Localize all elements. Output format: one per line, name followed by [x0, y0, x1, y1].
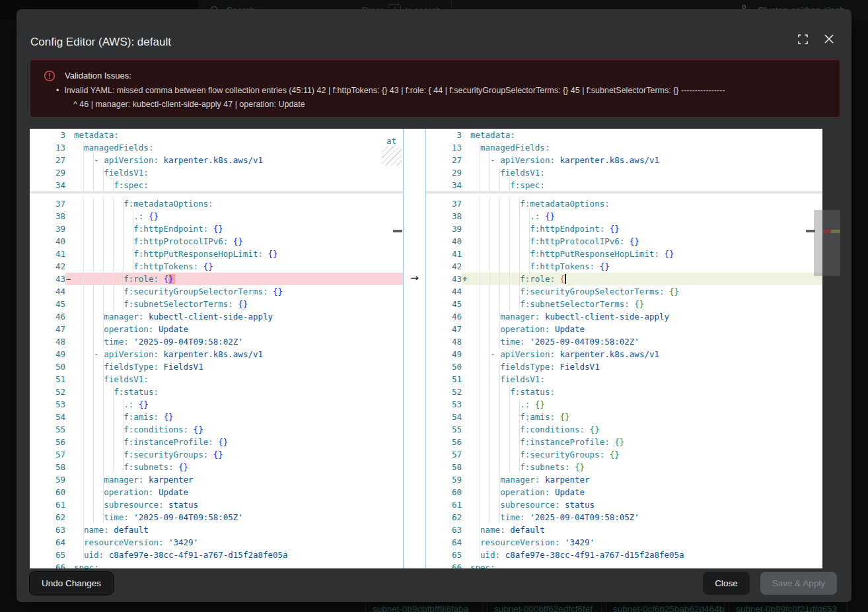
line-number: 37 [30, 197, 65, 210]
line-number: 64 [30, 536, 65, 549]
code-text: manager: karpenter [470, 473, 822, 486]
diff-sign [65, 179, 74, 191]
indent-guides [470, 461, 520, 473]
line-number: 64 [426, 536, 462, 549]
fullscreen-button[interactable] [794, 30, 811, 48]
code-text: - apiVersion: karpenter.k8s.aws/v1 [470, 348, 822, 360]
indent-guides [74, 141, 84, 154]
indent-guides [74, 298, 124, 310]
diff-sign [462, 524, 470, 536]
code-text: fieldsV1: [74, 373, 403, 386]
diff-sign [462, 260, 470, 273]
sticky-line: 3metadata: [426, 129, 822, 141]
indent-guides [74, 398, 124, 411]
sticky-line: 27- apiVersion: karpenter.k8s.aws/v1 [30, 154, 403, 166]
indent-guides [470, 411, 520, 423]
indent-guides [470, 210, 530, 222]
close-button[interactable]: Close [703, 572, 750, 595]
code-text: manager: kubectl-client-side-apply [74, 310, 403, 323]
save-apply-button[interactable]: Save & Apply [760, 572, 837, 595]
code-line: 55f:conditions: {} [30, 423, 403, 436]
code-text: f:status: [74, 386, 403, 398]
line-number: 54 [30, 411, 65, 423]
code-line: 52f:status: [30, 386, 403, 398]
indent-guides [74, 386, 114, 398]
diff-sign [65, 486, 74, 498]
code-area[interactable]: 37f:metadataOptions:38.: {}39f:httpEndpo… [30, 192, 403, 568]
indent-guides [74, 549, 84, 561]
indent-guides [74, 323, 104, 335]
code-text: - apiVersion: karpenter.k8s.aws/v1 [470, 154, 822, 166]
code-text: .: {} [74, 210, 403, 222]
code-text: name: default [74, 524, 403, 536]
diff-sign [65, 436, 74, 448]
diff-sign [462, 166, 470, 179]
indent-guides [470, 222, 530, 235]
indent-guides [74, 360, 104, 373]
indent-guides [74, 511, 104, 524]
sticky-scroll-header: 3metadata:13managedFields:27- apiVersion… [30, 129, 403, 192]
code-line: 47operation: Update [426, 323, 822, 335]
minimap-slider[interactable] [822, 210, 840, 276]
indent-guides [74, 423, 124, 436]
modal-header: Config Editor (AWS): default [17, 9, 851, 59]
overview-ruler [822, 129, 840, 568]
vertical-scrollbar[interactable] [814, 210, 822, 276]
line-number: 45 [426, 298, 462, 310]
code-text: f:securityGroupSelectorTerms: {} [74, 285, 403, 298]
diff-sign [462, 461, 470, 473]
line-number: 47 [426, 323, 462, 335]
code-text: fieldsType: FieldsV1 [470, 360, 822, 373]
line-number: 55 [30, 423, 65, 436]
diff-sign [65, 561, 74, 568]
indent-guides [470, 486, 500, 498]
diff-gutter: → [403, 129, 426, 568]
revert-diff-arrow-button[interactable]: → [404, 272, 425, 285]
indent-guides [470, 498, 500, 511]
line-number: 60 [30, 486, 65, 498]
code-line: 54f:amis: {} [30, 411, 403, 423]
code-text: f:amis: {} [74, 411, 403, 423]
code-text: operation: Update [74, 486, 403, 498]
code-text: operation: Update [470, 486, 822, 498]
indent-guides [74, 310, 104, 323]
line-number: 57 [30, 448, 65, 461]
diff-sign [65, 498, 74, 511]
indent-guides [74, 222, 133, 235]
indent-guides [470, 179, 510, 191]
line-number: 63 [30, 524, 65, 536]
code-line: 57f:securityGroups: {} [30, 448, 403, 461]
code-line: 65uid: c8afe97e-38cc-4f91-a767-d15f2a8fe… [426, 549, 822, 561]
indent-guides [470, 511, 500, 524]
diff-sign [462, 323, 470, 335]
text-cursor [565, 274, 566, 284]
code-text: subresource: status [470, 498, 822, 511]
code-line: 65uid: c8afe97e-38cc-4f91-a767-d15f2a8fe… [30, 549, 403, 561]
code-line: 59manager: karpenter [30, 473, 403, 486]
code-text: f:httpProtocolIPv6: {} [470, 235, 822, 248]
indent-guides [470, 166, 500, 179]
line-number: 52 [30, 386, 65, 398]
code-line: 41f:httpPutResponseHopLimit: {} [30, 248, 403, 260]
line-number: 43 [30, 273, 65, 285]
indent-guides [470, 141, 480, 154]
undo-changes-button[interactable]: Undo Changes [30, 572, 113, 595]
diff-sign [462, 536, 470, 549]
close-icon[interactable] [820, 30, 838, 48]
code-text: managedFields: [470, 141, 822, 154]
line-number: 59 [30, 473, 65, 486]
line-number: 66 [426, 561, 462, 568]
diff-pane-modified[interactable]: 3metadata:13managedFields:27- apiVersion… [426, 129, 822, 568]
code-line: 62time: '2025-09-04T09:58:05Z' [30, 511, 403, 524]
indent-guides [74, 411, 124, 423]
code-text: f:subnetSelectorTerms: {} [74, 298, 403, 310]
code-area[interactable]: 37f:metadataOptions:38.: {}39f:httpEndpo… [426, 192, 822, 568]
diff-pane-original[interactable]: 3metadata:13managedFields:27- apiVersion… [30, 129, 403, 568]
diff-sign [65, 536, 74, 549]
code-text: f:conditions: {} [74, 423, 403, 436]
code-line: 66spec: [426, 561, 822, 568]
code-line: 56f:instanceProfile: {} [426, 436, 822, 448]
line-number: 41 [30, 248, 65, 260]
code-text: f:metadataOptions: [74, 197, 403, 210]
code-line: 58f:subnets: {} [30, 461, 403, 473]
